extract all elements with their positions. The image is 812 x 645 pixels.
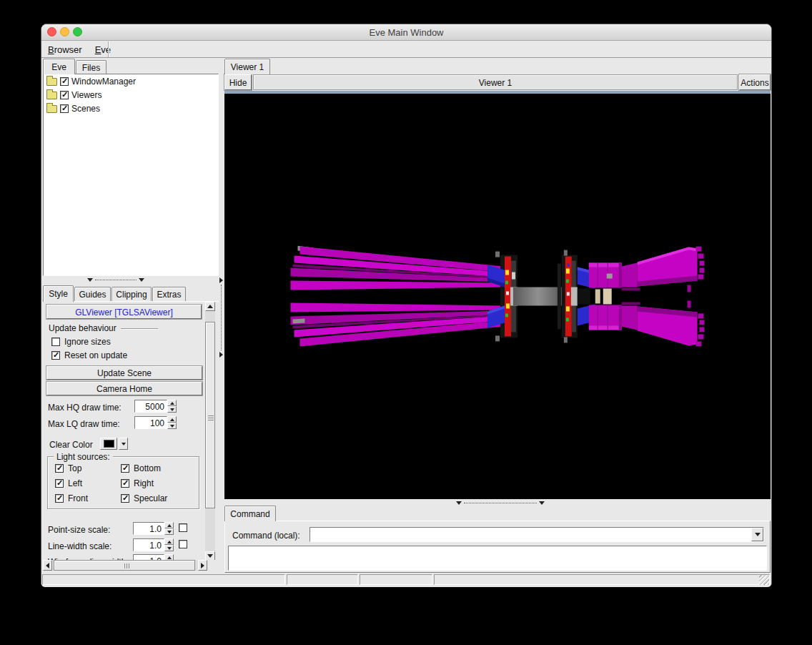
light-right-row[interactable]: Right [121,478,167,488]
max-hq-value[interactable]: 5000 [134,400,167,413]
reset-on-update-checkbox[interactable] [51,351,60,360]
wireframe-field[interactable]: 1.0 [133,554,174,560]
max-hq-spinner[interactable] [167,400,177,413]
light-right-checkbox[interactable] [121,479,129,488]
splitter-dots [464,503,537,503]
tab-guides[interactable]: Guides [74,287,111,302]
update-scene-button[interactable]: Update Scene [46,366,202,380]
tab-clipping[interactable]: Clipping [112,287,152,302]
spin-down-button[interactable] [167,423,177,429]
folder-icon [46,92,57,99]
spin-down-button[interactable] [164,545,174,551]
splitter-arrow-icon [456,501,462,505]
resize-grip[interactable] [759,575,769,585]
line-width-checkbox[interactable] [179,540,187,548]
tree-editor-splitter[interactable] [87,277,144,282]
light-top-row[interactable]: Top [55,463,121,473]
editor-horizontal-scrollbar[interactable] [43,560,207,571]
detector-visualization[interactable] [224,94,771,499]
titlebar[interactable]: Eve Main Window [41,24,771,41]
scrollbar-thumb[interactable] [205,322,215,508]
tab-command[interactable]: Command [224,506,276,521]
light-left-checkbox[interactable] [55,479,64,488]
ignore-sizes-row[interactable]: Ignore sizes [51,337,111,347]
max-hq-field[interactable]: 5000 [134,400,177,413]
glviewer-button[interactable]: GLViewer [TGLSAViewer] [46,305,202,319]
command-dropdown-button[interactable] [751,528,763,541]
command-input[interactable] [310,528,751,541]
command-output[interactable] [228,546,767,571]
line-width-spinner[interactable] [164,538,174,551]
light-front-row[interactable]: Front [55,493,121,503]
clear-color-swatch-button[interactable] [100,438,117,450]
spin-down-button[interactable] [167,406,177,413]
viewer-command-splitter[interactable] [456,500,545,506]
tree-item-windowmanager[interactable]: WindowManager [44,74,218,88]
menubar-divider [108,41,109,57]
viewer-title[interactable]: Viewer 1 [253,74,738,90]
editor-vertical-scrollbar[interactable] [205,302,215,560]
down-arrow-icon [167,531,172,533]
clear-color-dropdown-button[interactable] [119,438,128,450]
spin-down-button[interactable] [164,528,174,535]
tab-files[interactable]: Files [76,60,107,74]
spin-up-button[interactable] [167,416,177,423]
scroll-right-button[interactable] [198,560,207,571]
light-bottom-row[interactable]: Bottom [121,463,167,473]
ignore-sizes-checkbox[interactable] [51,338,60,346]
max-lq-spinner[interactable] [167,416,177,429]
splitter-dots [221,285,222,350]
max-lq-label: Max LQ draw time: [48,419,120,429]
light-top-checkbox[interactable] [55,464,64,473]
light-front-checkbox[interactable] [55,494,64,503]
point-size-field[interactable]: 1.0 [133,522,187,535]
tree-checkbox[interactable] [60,91,69,99]
light-specular-checkbox[interactable] [121,494,129,503]
up-arrow-icon [170,402,174,405]
spin-up-button[interactable] [167,400,177,406]
point-size-value[interactable]: 1.0 [133,522,164,535]
menu-item-browser[interactable]: Browser [41,44,89,55]
max-lq-field[interactable]: 100 [134,416,177,429]
scroll-left-button[interactable] [43,560,52,571]
line-width-field[interactable]: 1.0 [133,538,187,551]
clear-color-select[interactable] [100,438,128,450]
down-arrow-icon [207,554,213,558]
light-left-row[interactable]: Left [55,478,121,488]
tree-checkbox[interactable] [60,104,69,113]
point-size-spinner[interactable] [164,522,174,535]
scroll-down-button[interactable] [205,551,215,560]
tab-extras[interactable]: Extras [152,287,186,302]
up-arrow-icon [207,305,213,308]
point-size-checkbox[interactable] [179,523,187,532]
tree-item-viewers[interactable]: Viewers [44,88,218,102]
scroll-up-button[interactable] [205,302,215,311]
tab-style[interactable]: Style [43,285,74,302]
spin-up-button[interactable] [164,554,174,560]
max-lq-value[interactable]: 100 [134,416,167,429]
actions-button[interactable]: Actions [739,74,771,90]
wireframe-spinner[interactable] [164,554,174,560]
light-specular-row[interactable]: Specular [121,493,167,503]
panel-splitter[interactable] [218,277,224,358]
light-bottom-checkbox[interactable] [121,464,129,473]
tree-item-label: Scenes [71,104,100,114]
hide-button[interactable]: Hide [224,74,252,90]
menubar: Browser Eve [41,41,771,58]
wireframe-value[interactable]: 1.0 [133,554,164,560]
tab-eve[interactable]: Eve [43,59,75,74]
menu-item-eve[interactable]: Eve [89,44,117,55]
camera-home-button[interactable]: Camera Home [46,382,202,395]
tree-checkbox[interactable] [60,77,69,86]
command-local-label: Command (local): [232,531,300,541]
line-width-value[interactable]: 1.0 [133,538,164,551]
command-combobox[interactable] [310,527,764,542]
tab-viewer-1[interactable]: Viewer 1 [224,59,270,74]
scrollbar-thumb[interactable] [54,560,195,571]
reset-on-update-row[interactable]: Reset on update [51,350,127,360]
tree-item-scenes[interactable]: Scenes [44,102,218,115]
gl-viewport[interactable] [224,94,771,499]
spin-up-button[interactable] [164,538,174,545]
spin-up-button[interactable] [164,522,174,528]
status-cell-2 [287,574,358,585]
